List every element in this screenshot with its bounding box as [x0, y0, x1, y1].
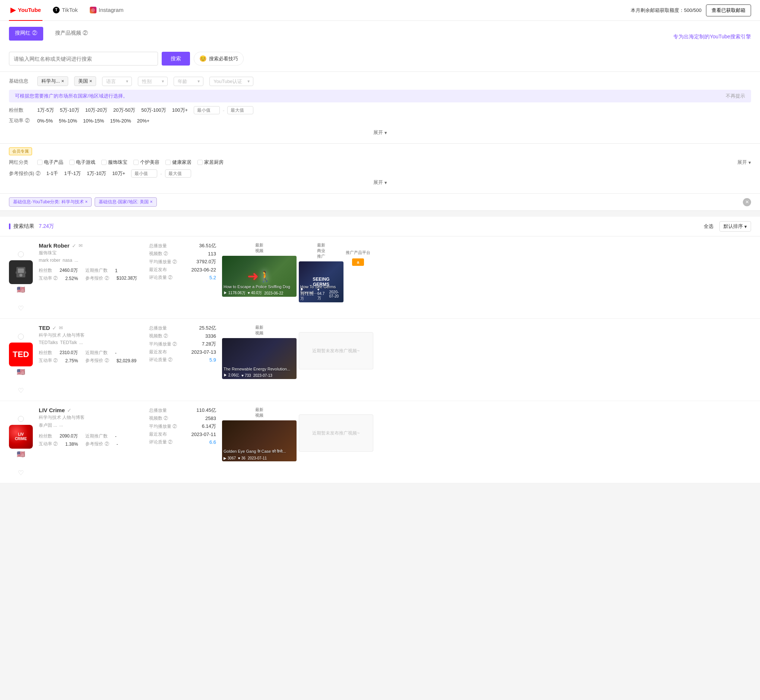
price-max-input[interactable] — [165, 169, 191, 178]
avatar-mark-rober[interactable] — [9, 260, 33, 284]
category-fashion[interactable]: 服饰珠宝 — [101, 159, 127, 166]
fans-val-ted: 2310.0万 — [60, 350, 78, 356]
latest-promo-thumb-mr[interactable]: SEEINGGERMS How To See Germs Spread... ▶… — [299, 261, 343, 302]
notice-dismiss-button[interactable]: 不再提示 — [726, 93, 745, 99]
platform-tab-instagram[interactable]: ◎ Instagram — [88, 1, 125, 20]
fans-max-input[interactable] — [227, 106, 253, 114]
fans-option-4[interactable]: 20万-50万 — [113, 106, 135, 114]
avg-plays-val-mr: 3792.0万 — [196, 258, 216, 265]
avg-plays-liv: 平均播放量 ② 6.14万 — [149, 423, 216, 430]
stats2-mark-rober: 互动率 ② 2.52% 参考报价 ② $102.38万 — [39, 275, 143, 281]
sort-dropdown[interactable]: 默认排序 ▾ — [719, 221, 751, 231]
fans-option-2[interactable]: 5万-10万 — [60, 106, 79, 114]
basic-info-label: 基础信息 — [9, 78, 31, 84]
price-min-input[interactable] — [131, 169, 157, 178]
name-liv[interactable]: LIV Crime — [39, 407, 65, 413]
search-button[interactable]: 搜索 — [162, 52, 190, 66]
avatar-liv[interactable]: LIVCRIME — [9, 425, 33, 448]
category-expand-button[interactable]: 展开 ▾ — [737, 159, 751, 166]
tab-influencer[interactable]: 搜网红 ② — [9, 27, 43, 41]
card-checkbox-mark-rober[interactable] — [18, 252, 24, 257]
total-plays-label-ted: 总播放量 — [149, 325, 179, 331]
search-input[interactable] — [9, 52, 158, 66]
fans-option-6[interactable]: 100万+ — [172, 106, 188, 114]
fans-min-input[interactable] — [194, 106, 220, 114]
filter-tag-science[interactable]: 科学与... × — [37, 77, 68, 86]
gender-dropdown[interactable]: 性别 — [138, 77, 168, 86]
promo-platform-mr: 推广产品平台 a — [346, 242, 370, 266]
category-liv: 科学与技术 人物与博客 — [39, 414, 143, 421]
clear-all-button[interactable]: ✕ — [743, 198, 751, 206]
flag-liv: 🇺🇸 — [17, 450, 25, 458]
category-kitchen-checkbox[interactable] — [197, 160, 203, 165]
last-publish-label-ted: 最近发布 — [149, 349, 179, 355]
avatar-ted[interactable]: TED — [9, 342, 33, 366]
tips-emoji-icon: 😊 — [199, 55, 207, 62]
engagement-option-3[interactable]: 10%-15% — [83, 118, 104, 123]
video-count-val-ted: 3336 — [205, 333, 216, 339]
latest-promo-section-mr: 最新商业推广 SEEINGGERMS How To See Germs Spre… — [299, 242, 343, 302]
fans-option-5[interactable]: 50万-100万 — [141, 106, 166, 114]
member-expand-button[interactable]: 展开 ▾ — [373, 179, 387, 186]
category-health[interactable]: 健康家居 — [165, 159, 191, 166]
category-games[interactable]: 电子游戏 — [69, 159, 96, 166]
amazon-badge-mr: a — [352, 258, 364, 266]
latest-video-views-liv: ▶ 3067 — [224, 456, 236, 460]
heart-liv[interactable]: ♡ — [18, 469, 24, 477]
verified-icon-liv: ✓ — [67, 407, 72, 413]
platform-tab-youtube[interactable]: ▶ YouTube — [9, 0, 42, 21]
card-checkbox-ted[interactable] — [18, 334, 24, 339]
fans-option-3[interactable]: 10万-20万 — [85, 106, 107, 114]
engagement-option-2[interactable]: 5%-10% — [59, 118, 77, 123]
engagement-option-5[interactable]: 20%+ — [137, 118, 150, 123]
name-row-mark-rober: Mark Rober ✓ ✉ — [39, 242, 143, 249]
price-option-4[interactable]: 10万+ — [112, 170, 125, 177]
category-kitchen[interactable]: 家居厨房 — [197, 159, 224, 166]
name-mark-rober[interactable]: Mark Rober — [39, 242, 70, 249]
fans-option-1[interactable]: 1万-5万 — [37, 106, 54, 114]
engagement-option-4[interactable]: 15%-20% — [110, 118, 131, 123]
active-tag-science[interactable]: 基础信息-YouTube分类: 科学与技术 × — [9, 197, 92, 207]
platform-tab-tiktok[interactable]: T TikTok — [52, 1, 79, 20]
card-checkbox-liv[interactable] — [18, 416, 24, 422]
latest-video-thumb-liv[interactable]: Golden Eye Gang के Case को कैसे... ▶ 306… — [222, 420, 296, 461]
select-all-button[interactable]: 全选 — [704, 223, 713, 230]
language-dropdown[interactable]: 语言 — [102, 77, 132, 86]
category-games-checkbox[interactable] — [69, 160, 75, 165]
latest-video-thumb-mr[interactable]: ➜ 🚶 How to Escape a Police Sniffing Dog … — [222, 256, 296, 297]
recent-promo-val-mr: 1 — [115, 268, 118, 273]
price-option-1[interactable]: 1-1千 — [47, 170, 58, 177]
filter-tag-usa[interactable]: 美国 × — [74, 77, 96, 86]
check-email-button[interactable]: 查看已获取邮箱 — [706, 5, 751, 16]
category-fashion-checkbox[interactable] — [101, 160, 107, 165]
heart-ted[interactable]: ♡ — [18, 386, 24, 395]
svg-rect-1 — [18, 269, 24, 273]
total-plays-val-ted: 25.52亿 — [199, 325, 216, 331]
category-beauty[interactable]: 个护美容 — [133, 159, 160, 166]
tab-product-video[interactable]: 搜产品视频 ② — [55, 27, 88, 41]
latest-video-thumb-ted[interactable]: The Renewable Energy Revolution... ▶ 2.0… — [222, 338, 296, 379]
name-ted[interactable]: TED — [39, 325, 50, 331]
heart-mark-rober[interactable]: ♡ — [18, 304, 24, 312]
yt-verify-dropdown[interactable]: YouTube认证 — [209, 77, 253, 86]
tiktok-icon: T — [53, 7, 60, 13]
age-dropdown[interactable]: 年龄 — [174, 77, 204, 86]
price-option-3[interactable]: 1万-10万 — [87, 170, 106, 177]
comment-quality-label-ted: 评论质量 ② — [149, 357, 179, 363]
category-electronics-checkbox[interactable] — [37, 160, 42, 165]
avg-plays-val-ted: 7.28万 — [202, 341, 216, 347]
price-option-2[interactable]: 1千-1万 — [64, 170, 81, 177]
category-ted: 科学与技术 人物与博客 — [39, 332, 143, 339]
results-list: 🇺🇸 ♡ Mark Rober ✓ ✉ 服饰珠宝 mark rober nasa… — [0, 236, 760, 483]
category-health-checkbox[interactable] — [165, 160, 171, 165]
engagement-option-1[interactable]: 0%-5% — [37, 118, 53, 123]
last-publish-mr: 最近发布 2023-06-22 — [149, 267, 216, 273]
active-tag-usa[interactable]: 基础信息-国家/地区: 美国 × — [95, 197, 157, 207]
name-row-ted: TED ✓ ✉ — [39, 325, 143, 331]
latest-video-img-liv — [222, 420, 296, 461]
search-tips-button[interactable]: 😊 搜索必看技巧 — [194, 52, 244, 66]
filter-expand-button[interactable]: 展开 ▾ — [373, 129, 387, 136]
category-electronics[interactable]: 电子产品 — [37, 159, 63, 166]
latest-video-title-liv: Golden Eye Gang के Case को कैसे... — [224, 448, 295, 454]
category-beauty-checkbox[interactable] — [133, 160, 139, 165]
